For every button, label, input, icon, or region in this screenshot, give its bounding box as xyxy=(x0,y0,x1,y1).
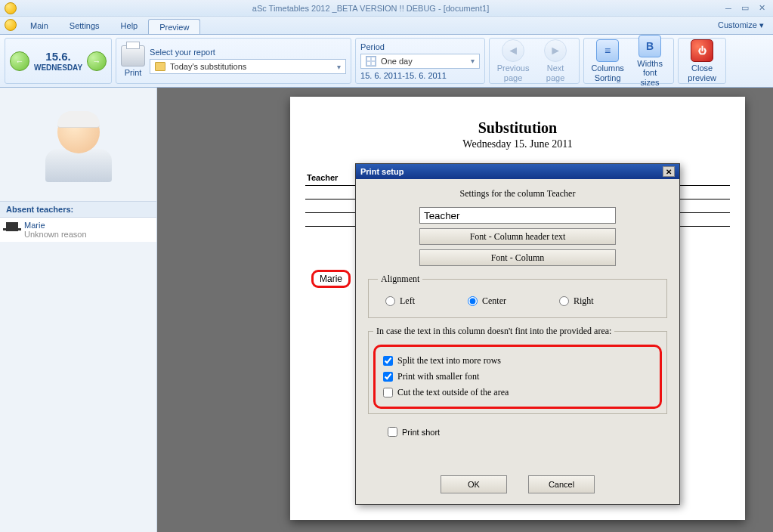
print-setup-dialog: Print setup ✕ Settings for the column Te… xyxy=(355,163,680,505)
align-right-radio[interactable]: Right xyxy=(559,295,594,307)
window-titlebar: aSc Timetables 2012 _BETA VERSION !! DEB… xyxy=(0,0,773,17)
ribbon: ← 15.6. WEDNESDAY → Print Select your re… xyxy=(0,35,773,88)
highlighted-options: Split the text into more rows Print with… xyxy=(373,345,662,409)
overflow-fieldset: In case the text in this column doesn't … xyxy=(368,326,667,414)
period-select[interactable]: One day ▾ xyxy=(360,54,480,69)
columns-sorting-button[interactable]: ≡ Columns Sorting xyxy=(589,38,626,83)
close-window-icon[interactable]: ✕ xyxy=(755,3,768,14)
maximize-icon[interactable]: ▭ xyxy=(738,3,752,14)
tab-main[interactable]: Main xyxy=(20,17,59,34)
sidebar: Absent teachers: Marie Unknown reason xyxy=(0,88,157,532)
date-nav-group: ← 15.6. WEDNESDAY → xyxy=(5,38,112,84)
report-heading: Select your report xyxy=(150,48,346,57)
app-icon xyxy=(5,2,17,14)
print-report-group: Print Select your report Today's substit… xyxy=(116,38,351,84)
highlighted-teacher-cell: Marie xyxy=(311,270,351,288)
teacher-name: Marie xyxy=(24,221,87,230)
widths-fonts-button[interactable]: B Widths font sizes xyxy=(631,33,669,88)
injured-person-icon xyxy=(41,107,116,182)
font-column-button[interactable]: Font - Column xyxy=(419,249,616,266)
split-text-checkbox[interactable]: Split the text into more rows xyxy=(383,355,652,367)
tab-settings[interactable]: Settings xyxy=(59,17,110,34)
tab-preview[interactable]: Preview xyxy=(148,19,200,34)
next-day-button[interactable]: → xyxy=(87,51,107,71)
cancel-button[interactable]: Cancel xyxy=(528,475,595,493)
report-select[interactable]: Today's substitutions ▾ xyxy=(150,59,346,74)
alignment-fieldset: Alignment Left Center Right xyxy=(368,274,667,318)
close-group: ⏻ Close preview xyxy=(678,38,726,84)
arrow-right-icon: ► xyxy=(544,39,567,62)
printer-icon[interactable] xyxy=(121,45,145,66)
print-label[interactable]: Print xyxy=(125,68,142,77)
absent-teacher-item[interactable]: Marie Unknown reason xyxy=(0,218,156,242)
absent-teachers-heading: Absent teachers: xyxy=(0,201,156,218)
dialog-close-icon[interactable]: ✕ xyxy=(663,166,675,177)
page-title: Substitution xyxy=(305,119,730,137)
current-date: 15.6. WEDNESDAY xyxy=(34,50,82,73)
chevron-down-icon: ▾ xyxy=(337,63,341,71)
columns-icon: ≡ xyxy=(596,39,619,62)
period-range: 15. 6. 2011-15. 6. 2011 xyxy=(360,71,480,80)
ok-button[interactable]: OK xyxy=(441,475,507,493)
previous-page-button[interactable]: ◄ Previous page xyxy=(494,38,532,83)
prev-day-button[interactable]: ← xyxy=(10,51,29,71)
col-teacher: Teacher xyxy=(307,173,338,182)
dialog-titlebar[interactable]: Print setup ✕ xyxy=(356,164,679,179)
columns-group: ≡ Columns Sorting B Widths font sizes xyxy=(583,38,674,84)
customize-menu[interactable]: Customize ▾ xyxy=(709,17,773,34)
window-title: aSc Timetables 2012 _BETA VERSION !! DEB… xyxy=(20,4,722,13)
align-center-radio[interactable]: Center xyxy=(468,295,506,307)
settings-for-label: Settings for the column Teacher xyxy=(368,188,667,200)
align-left-radio[interactable]: Left xyxy=(385,295,415,307)
column-name-input[interactable] xyxy=(419,207,616,224)
calendar-icon xyxy=(366,56,376,66)
app-menu-icon[interactable] xyxy=(5,19,17,31)
arrow-left-icon: ◄ xyxy=(502,39,524,62)
minimize-icon[interactable]: ─ xyxy=(722,3,735,14)
next-page-button[interactable]: ► Next page xyxy=(536,38,574,83)
chevron-down-icon: ▾ xyxy=(471,57,475,65)
graduation-hat-icon xyxy=(6,222,18,231)
tab-help[interactable]: Help xyxy=(110,17,149,34)
menu-bar: Main Settings Help Preview Customize ▾ xyxy=(0,17,773,35)
power-icon: ⏻ xyxy=(691,39,713,62)
page-nav-group: ◄ Previous page ► Next page xyxy=(489,38,580,84)
period-group: Period One day ▾ 15. 6. 2011-15. 6. 2011 xyxy=(355,38,485,84)
close-preview-button[interactable]: ⏻ Close preview xyxy=(683,38,721,83)
print-short-checkbox[interactable]: Print short xyxy=(388,427,667,437)
font-header-button[interactable]: Font - Column header text xyxy=(419,228,616,245)
smaller-font-checkbox[interactable]: Print with smaller font xyxy=(383,371,652,382)
page-subtitle: Wednesday 15. June 2011 xyxy=(305,138,730,150)
teacher-reason: Unknown reason xyxy=(24,230,87,239)
cut-text-checkbox[interactable]: Cut the text outside of the area xyxy=(383,387,652,398)
period-heading: Period xyxy=(360,42,480,51)
bold-icon: B xyxy=(638,35,661,57)
folder-icon xyxy=(155,62,165,71)
